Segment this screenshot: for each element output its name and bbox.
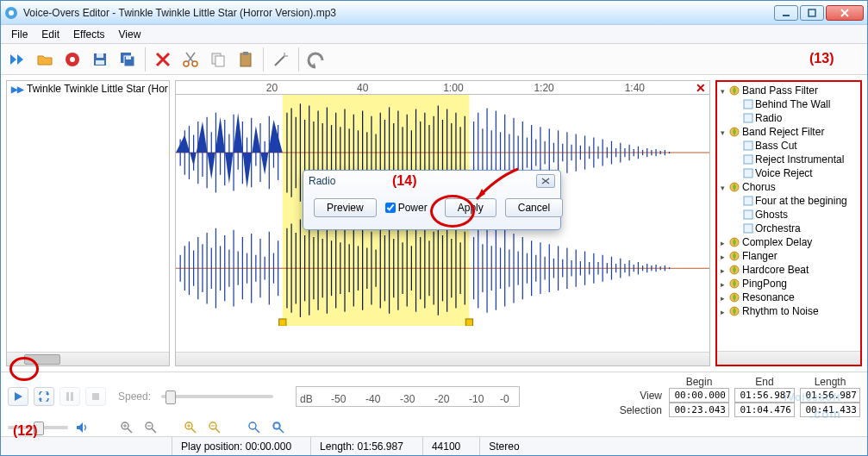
power-checkbox[interactable]: Power	[385, 202, 428, 214]
play-button[interactable]	[8, 387, 28, 406]
svg-rect-17	[243, 52, 248, 55]
waveform-scrollbar[interactable]	[176, 352, 709, 365]
zoom-in-vertical-icon[interactable]	[182, 419, 199, 436]
svg-rect-11	[126, 56, 131, 59]
close-button[interactable]	[826, 5, 864, 21]
svg-rect-249	[744, 169, 752, 178]
svg-point-1	[9, 10, 14, 16]
sel-length[interactable]: 00:41.433	[800, 403, 860, 417]
speed-slider[interactable]	[161, 395, 273, 398]
effects-tree-panel: ▾Band Pass Filter Behind The Wall Radio …	[715, 80, 862, 366]
zoom-out-vertical-icon[interactable]	[206, 419, 223, 436]
paste-icon[interactable]	[233, 47, 259, 72]
svg-point-5	[70, 57, 75, 62]
svg-rect-248	[744, 155, 752, 164]
effects-tree[interactable]: ▾Band Pass Filter Behind The Wall Radio …	[717, 82, 860, 351]
delete-icon[interactable]	[150, 47, 176, 72]
toolbar	[1, 44, 867, 75]
stop-button[interactable]	[85, 387, 106, 406]
transport-area: Speed: dB -50 -40 -30 -20 -10 -0 Begin E…	[1, 372, 867, 436]
loop-button[interactable]	[34, 387, 54, 406]
play-position: 00:00.000	[246, 440, 291, 453]
app-window: Voice-Overs Editor - Twinkle Twinkle Lit…	[0, 0, 868, 456]
svg-rect-262	[92, 393, 99, 400]
view-end[interactable]: 01:56.987	[734, 388, 795, 403]
track-list-panel: ▶▶ Twinkle Twinkle Little Star (Hor	[6, 80, 170, 366]
speaker-icon[interactable]	[75, 421, 89, 434]
status-length: 01:56.987	[358, 440, 403, 453]
svg-rect-252	[744, 210, 752, 219]
status-sample-rate: 44100	[422, 437, 469, 455]
svg-rect-241	[279, 319, 286, 326]
menu-file[interactable]: File	[4, 27, 34, 42]
svg-rect-16	[240, 53, 251, 66]
track-label: Twinkle Twinkle Little Star (Hor	[27, 83, 168, 95]
record-icon[interactable]	[59, 47, 85, 72]
time-table: Begin End Length View 00:00.000 01:56.98…	[620, 376, 860, 417]
svg-rect-7	[97, 53, 103, 58]
copy-icon[interactable]	[205, 47, 231, 72]
dialog-close-button[interactable]	[536, 174, 555, 188]
title-bar: Voice-Overs Editor - Twinkle Twinkle Lit…	[1, 1, 867, 25]
menu-view[interactable]: View	[112, 27, 148, 42]
svg-rect-269	[274, 423, 279, 428]
svg-rect-244	[744, 100, 752, 109]
cancel-button[interactable]: Cancel	[505, 198, 563, 217]
wand-icon[interactable]	[268, 47, 294, 72]
status-bar: Play position: 00:00.000 Length: 01:56.9…	[1, 436, 867, 455]
zoom-out-horizontal-icon[interactable]	[142, 419, 159, 436]
zoom-full-icon[interactable]	[270, 419, 287, 436]
time-ruler[interactable]: 20 40 1:00 1:20 1:40	[176, 81, 709, 95]
svg-rect-251	[744, 197, 752, 205]
svg-point-267	[249, 422, 256, 429]
svg-rect-245	[744, 114, 752, 122]
app-icon	[4, 6, 18, 20]
maximize-button[interactable]	[800, 5, 824, 21]
dialog-title: Radio	[309, 175, 335, 187]
svg-rect-261	[71, 392, 73, 401]
apply-button[interactable]: Apply	[445, 198, 496, 217]
zoom-selection-icon[interactable]	[246, 419, 263, 436]
volume-slider[interactable]	[8, 426, 68, 429]
cut-icon[interactable]	[178, 47, 203, 72]
status-channels: Stereo	[479, 437, 528, 455]
menu-effects[interactable]: Effects	[66, 27, 111, 42]
preview-button[interactable]: Preview	[314, 198, 377, 217]
zoom-in-horizontal-icon[interactable]	[118, 419, 135, 436]
track-play-icon: ▶▶	[11, 84, 23, 94]
save-icon[interactable]	[87, 47, 113, 72]
sel-end[interactable]: 01:04.476	[734, 403, 795, 417]
view-length[interactable]: 01:56.987	[800, 388, 860, 403]
svg-rect-8	[96, 60, 104, 65]
save-all-icon[interactable]	[115, 47, 141, 72]
menu-bar: File Edit Effects View	[1, 25, 867, 44]
svg-rect-3	[809, 9, 815, 16]
view-begin[interactable]: 00:00.000	[669, 388, 729, 403]
svg-rect-2	[783, 15, 790, 16]
svg-rect-253	[744, 224, 752, 233]
track-item[interactable]: ▶▶ Twinkle Twinkle Little Star (Hor	[7, 81, 169, 97]
svg-rect-247	[744, 141, 752, 150]
effect-dialog: Radio Preview Power Apply Cancel	[303, 170, 561, 230]
svg-rect-260	[66, 392, 69, 401]
pause-button[interactable]	[59, 387, 80, 406]
window-title: Voice-Overs Editor - Twinkle Twinkle Lit…	[23, 7, 774, 19]
open-folder-icon[interactable]	[32, 47, 58, 72]
level-meter: dB -50 -40 -30 -20 -10 -0	[296, 386, 520, 407]
minimize-button[interactable]	[774, 5, 798, 21]
speed-label: Speed:	[118, 390, 151, 403]
undo-icon[interactable]	[303, 47, 329, 72]
svg-rect-15	[215, 56, 224, 66]
fast-forward-icon[interactable]	[4, 47, 30, 72]
effects-scrollbar[interactable]	[717, 351, 860, 365]
track-list-scrollbar[interactable]	[7, 352, 169, 365]
svg-rect-242	[465, 319, 472, 326]
menu-edit[interactable]: Edit	[34, 27, 66, 42]
sel-begin[interactable]: 00:23.043	[669, 403, 729, 417]
